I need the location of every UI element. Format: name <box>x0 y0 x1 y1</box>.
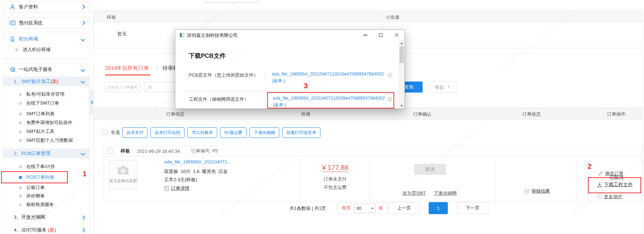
order-laser-stencil-link[interactable]: 下激光钢网 <box>434 190 457 196</box>
sidebar-item-smt-private-stock[interactable]: 私有/可贴库存管理 <box>3 90 89 99</box>
sample-empty-text: 暂无 <box>117 31 127 37</box>
change-to-smt-link[interactable]: 改为需SMT <box>402 190 426 196</box>
current-page-button[interactable]: 1 <box>429 202 448 214</box>
sample-batch-header: 样板 小批量 <box>94 11 643 22</box>
minimize-button[interactable] <box>359 30 371 40</box>
colon: : <box>265 72 266 77</box>
chevron-right-icon <box>90 100 93 104</box>
pay-status: 订单未支付 <box>301 176 369 182</box>
chevron-right-icon <box>81 228 85 233</box>
freight-note: 不包含运费 <box>301 184 369 191</box>
sidebar-item-pcb-material-test[interactable]: 板材检测服务 <box>3 200 89 209</box>
sidebar-item-pcb-review[interactable]: 评价晒单 <box>3 192 89 200</box>
sidebar-item-smt-tools[interactable]: SMT贴片工具 <box>3 127 89 136</box>
download-eng-file-label: 下载工程文件 <box>604 182 633 188</box>
pcb-source-file-link[interactable]: eda_file_196565A_20210407113028e47088954… <box>272 71 386 84</box>
prepaid-card-icon <box>10 20 16 26</box>
maximize-button[interactable] <box>375 30 387 40</box>
more-actions-link[interactable]: 更多操作 <box>597 194 622 200</box>
order-price-link[interactable]: ¥ 177.88 <box>322 164 348 172</box>
sidebar-item-enter-points-mall[interactable]: 进入积分商城 <box>3 45 89 54</box>
prev-page-button[interactable]: 上一页 <box>389 202 420 214</box>
scrollbar-thumb[interactable] <box>400 46 404 63</box>
sidebar-item-label: 免费申请增加可贴器件 <box>26 119 72 126</box>
download-eng-file-link[interactable]: 下载工程文件 <box>597 182 633 188</box>
tab-active-underline <box>105 74 150 76</box>
dialog-scrollbar[interactable] <box>399 40 404 109</box>
more-actions-label: 更多操作 <box>604 194 622 200</box>
next-page-button[interactable]: 下一页 <box>457 202 488 214</box>
sidebar-card-prepay[interactable]: 预付款系统 <box>3 17 90 29</box>
sidebar-group-smt[interactable]: 1、SMT贴片加工 (新) <box>3 77 89 86</box>
sidebar-item-smt-habit-data[interactable]: SMT匹配个人习惯数据 <box>3 136 89 145</box>
order-checkbox[interactable] <box>108 149 113 154</box>
close-button[interactable] <box>391 30 403 40</box>
laser-stencil-button[interactable]: 下激光钢网 <box>249 127 279 138</box>
sidebar-item-pcb-order-list[interactable]: PCB订单列表 <box>3 173 89 182</box>
merge-pay-button[interactable]: 合并支付 <box>122 127 148 138</box>
dialog-heading: 下载PCB文件 <box>189 52 226 60</box>
sidebar-item-label: SMT匹配个人习惯数据 <box>26 137 73 144</box>
order-detail-link[interactable]: 订单详情 <box>164 185 189 191</box>
chevron-down-icon <box>81 67 85 72</box>
bullet-active-icon <box>19 176 22 179</box>
search-input[interactable] <box>104 82 140 92</box>
copy-icon[interactable] <box>388 96 392 103</box>
engineering-file-link[interactable]: eda_file_196565A_20210407113028e47088954… <box>273 95 387 108</box>
copy-icon[interactable] <box>388 72 392 79</box>
sidebar-item-onestop[interactable]: 一站式电子服务 <box>3 65 89 74</box>
tab-separator: | <box>156 65 158 71</box>
batch-print-delivery-button[interactable]: 批量打印送货单 <box>282 127 320 138</box>
order-thumbnail[interactable]: 暂无实物仿真图 <box>109 160 137 189</box>
more-circle-icon <box>597 194 602 199</box>
sidebar-group-laser-label: 3、开激光钢网 <box>14 214 45 221</box>
chevron-down-icon <box>81 151 85 156</box>
dialog-title-bar[interactable]: 深圳嘉立创科技有限公司 <box>175 30 404 40</box>
edit-order-link[interactable]: 修改订单 <box>598 170 623 177</box>
review-result-link[interactable]: 审核结果 <box>524 188 550 194</box>
cancel-button[interactable]: 取消 <box>414 164 446 175</box>
header-order-actions: 订单操作 <box>607 108 626 120</box>
sidebar-item-smt-free-parts[interactable]: 免费申请增加可贴器件 <box>3 118 89 127</box>
per-page-select[interactable]: 30 ▾ <box>354 204 376 213</box>
sidebar-item-points-mall[interactable]: 积分商城 <box>3 34 89 44</box>
merge-print-contract-button[interactable]: 合并打印合同 <box>150 127 185 138</box>
per-page-suffix: 条 <box>379 205 383 211</box>
sidebar-collapse-handle[interactable] <box>89 89 94 115</box>
top-partial-box <box>204 0 259 3</box>
sidebar-item-pcb-quote[interactable]: 在线下单/计价 <box>3 162 89 171</box>
order-specs: 双面板 10片 1.6 哑黑色 沉金 <box>164 168 227 175</box>
dialog-divider <box>184 91 395 91</box>
order-datetime: 2021-06-29 16:40:34 <box>137 149 180 154</box>
export-statement-button[interactable]: 导出对账单 <box>187 127 217 138</box>
tab-all-orders[interactable]: 2019年后所有订单 <box>105 65 149 72</box>
scroll-down-icon[interactable] <box>400 105 403 107</box>
sidebar-card-customer[interactable]: 客户资料 <box>3 1 90 13</box>
sidebar-label-points: 积分商城 <box>19 36 38 42</box>
order-card-body: 暂无实物仿真图 eda_file_196565A_202104071... 双面… <box>104 156 642 201</box>
order-file-link[interactable]: eda_file_196565A_202104071... <box>164 159 231 165</box>
sidebar-item-label: PCB订单列表 <box>26 174 54 180</box>
sidebar-item-label: 进入积分商城 <box>23 46 50 53</box>
scroll-up-icon[interactable] <box>400 42 403 44</box>
sidebar-group-pcb[interactable]: 2、PCB订单管理 <box>3 149 89 158</box>
sidebar-group-laser-stencil[interactable]: 3、开激光钢网 <box>3 212 89 222</box>
select-all-checkbox[interactable] <box>103 129 108 135</box>
chevron-right-icon <box>81 215 85 220</box>
sidebar-item-smt-order-online[interactable]: 在线下SMT订单 <box>3 99 89 107</box>
box-icon <box>10 67 16 72</box>
sidebar-group-3d-print[interactable]: 4、3D打印服务 (新) <box>3 225 89 234</box>
sidebar-item-label: 在线下单/计价 <box>26 163 55 170</box>
sidebar-item-label: 在线下SMT订单 <box>26 100 59 106</box>
new-badge: (新) <box>51 78 59 85</box>
collapse-button[interactable]: 收起 《 <box>428 82 457 93</box>
per-page-prefix: 每页 <box>342 205 351 211</box>
pagination-summary: 共1条数据 | 共1页 <box>290 205 326 212</box>
annotation-marker-2: 2 <box>588 162 591 171</box>
engineering-file-label: 工程文件（做钢网用该文件） <box>189 96 249 102</box>
freight-adjust-button[interactable]: 补/退运费 <box>220 127 247 138</box>
sidebar-item-pcb-public-board[interactable]: 公板订单 <box>3 183 89 192</box>
bullet-icon <box>19 195 22 198</box>
app-root: 用户GWJ0011 192.168.150.37 2021-08-03 用户GW… <box>0 0 644 234</box>
sidebar-item-smt-order-list[interactable]: SMT订单列表 <box>3 110 89 118</box>
